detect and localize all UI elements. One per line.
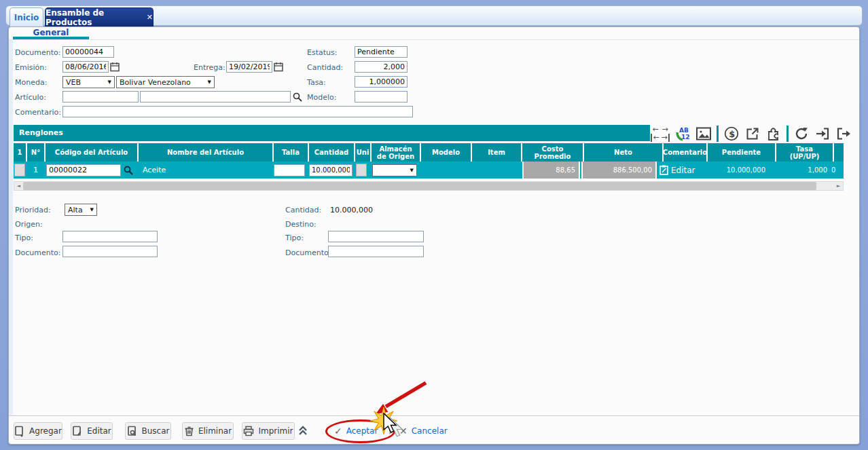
column-header-almacen-label: Almacén de Origen — [375, 145, 417, 160]
row-talla-input[interactable] — [274, 164, 305, 176]
cancelar-label: Cancelar — [412, 426, 448, 436]
entrega-input[interactable] — [226, 61, 272, 73]
scroll-right-icon[interactable]: ► — [834, 183, 843, 189]
tasa-label: Tasa: — [307, 78, 326, 87]
editar-label: Editar — [87, 426, 111, 436]
prioridad-select[interactable]: Alta ▼ — [65, 204, 97, 216]
row-selector-cell[interactable] — [14, 162, 26, 179]
modelo-input[interactable] — [355, 91, 408, 102]
tipo-destino-input[interactable] — [328, 231, 424, 242]
column-header-comentario[interactable]: Comentario — [664, 143, 706, 162]
row-codigo-input[interactable] — [46, 164, 121, 176]
arrow-first-icon[interactable]: ← — [651, 134, 660, 142]
column-header-costo-promedio[interactable]: Costo Promedio — [522, 143, 583, 162]
external-link-icon[interactable] — [744, 126, 761, 142]
row-cantidad-input[interactable] — [309, 164, 352, 176]
moneda-code-select[interactable]: VEB ▼ — [62, 76, 115, 88]
row-selector-box[interactable] — [14, 164, 25, 176]
cancelar-button[interactable]: ✕ Cancelar — [399, 422, 448, 440]
articulo-label: Artículo: — [15, 93, 46, 102]
column-header-talla[interactable]: Talla — [274, 143, 308, 162]
column-header-costo-label: Costo Promedio — [534, 145, 572, 160]
estatus-input[interactable] — [355, 46, 408, 58]
chevron-down-icon: ▼ — [208, 79, 211, 85]
agregar-button[interactable]: Agregar — [14, 422, 62, 440]
dollar-circle-icon[interactable]: $ — [723, 126, 740, 142]
editar-button[interactable]: Editar — [71, 422, 113, 440]
articulo-search-icon[interactable] — [293, 92, 302, 102]
row-cantidad-cell — [309, 162, 354, 179]
cantidad-input[interactable] — [355, 61, 408, 73]
refresh-icon[interactable] — [793, 126, 810, 142]
renglones-title-bar: Renglones — [14, 125, 650, 141]
documento-origen-input[interactable] — [62, 246, 158, 257]
tab-ensamble-de-productos[interactable]: Ensamble de Productos ✕ — [45, 7, 153, 26]
row-neto: 886.500,00 — [581, 162, 657, 179]
buscar-label: Buscar — [142, 426, 170, 436]
entrega-calendar-icon[interactable] — [274, 62, 283, 72]
emision-calendar-icon[interactable] — [110, 62, 120, 72]
prioridad-value: Alta — [68, 206, 83, 214]
close-tab-icon[interactable]: ✕ — [147, 13, 153, 22]
buscar-button[interactable]: Buscar — [125, 422, 171, 440]
row-search-icon[interactable] — [124, 166, 133, 175]
renglones-table-header: 1 N° Código del Artículo Nombre del Artí… — [14, 143, 844, 162]
arrow-last-icon[interactable]: → — [660, 134, 670, 142]
row-uni-box — [356, 164, 367, 176]
edit-note-icon[interactable] — [659, 165, 668, 175]
prioridad-label: Prioridad: — [15, 206, 51, 214]
emision-input[interactable] — [62, 61, 109, 73]
row-comentario-editar-link[interactable]: Editar — [671, 166, 695, 175]
documento-input[interactable] — [62, 46, 114, 58]
tasa-input[interactable] — [355, 76, 408, 88]
printer-icon — [243, 426, 254, 436]
imprimir-button[interactable]: Imprimir — [242, 422, 295, 440]
collapse-toolbar-icon[interactable] — [296, 424, 310, 437]
column-header-pendiente[interactable]: Pendiente — [708, 143, 775, 162]
cantidad-label: Cantidad: — [307, 63, 343, 72]
ab12-format-icon[interactable]: AB12 — [674, 126, 691, 142]
moneda-name-select[interactable]: Bolivar Venezolano ▼ — [116, 76, 215, 88]
row-almacen-value: 01 — [376, 166, 385, 174]
documento-destino-input[interactable] — [328, 246, 424, 257]
aceptar-label: Aceptar — [346, 426, 378, 436]
subtab-row — [9, 27, 859, 40]
column-header-nombre[interactable]: Nombre del Artículo — [139, 143, 272, 162]
tab-inicio[interactable]: Inicio — [10, 7, 43, 26]
column-header-neto[interactable]: Neto — [584, 143, 662, 162]
column-header-tasa[interactable]: Tasa (UP/UP) — [776, 143, 833, 162]
column-header-almacen[interactable]: Almacén de Origen — [372, 143, 420, 162]
cantidad-total-label: Cantidad: — [285, 206, 321, 214]
scrollbar-thumb[interactable] — [23, 182, 816, 190]
articulo-name-input[interactable] — [140, 91, 291, 102]
horizontal-scrollbar[interactable]: ◄ ► — [14, 181, 844, 191]
column-header-modelo[interactable]: Modelo — [421, 143, 471, 162]
export-icon[interactable] — [835, 126, 852, 142]
tipo-origen-input[interactable] — [62, 231, 158, 242]
scroll-left-icon[interactable]: ◄ — [14, 183, 23, 189]
svg-text:$: $ — [729, 129, 735, 139]
table-row[interactable]: 1 Aceite 01 ▼ 88,65 886.500,00 Editar 10… — [14, 162, 844, 179]
image-icon[interactable] — [695, 126, 712, 142]
column-header-next[interactable] — [834, 143, 844, 162]
aceptar-button[interactable]: ✓ Aceptar — [334, 422, 378, 440]
imprimir-label: Imprimir — [258, 426, 293, 436]
eliminar-button[interactable]: Eliminar — [182, 422, 234, 440]
column-header-item[interactable]: Item — [472, 143, 521, 162]
row-comentario-cell: Editar — [658, 162, 701, 179]
import-icon[interactable] — [814, 126, 831, 142]
column-header-codigo[interactable]: Código del Artículo — [46, 143, 137, 162]
documento-destino-label: Documento: — [285, 248, 331, 257]
column-header-uni[interactable]: Uni — [355, 143, 370, 162]
column-header-select[interactable]: 1 — [14, 143, 26, 162]
puzzle-icon[interactable] — [765, 126, 782, 142]
tab-general[interactable]: General — [13, 28, 89, 37]
row-tasa: 1,000 — [771, 162, 827, 179]
articulo-code-input[interactable] — [62, 91, 139, 102]
row-costo-promedio: 88,65 — [522, 162, 580, 179]
comentario-input[interactable] — [62, 106, 413, 117]
column-header-cantidad[interactable]: Cantidad — [309, 143, 354, 162]
row-number: 1 — [27, 162, 44, 179]
row-almacen-select[interactable]: 01 ▼ — [372, 164, 417, 176]
column-header-numero[interactable]: N° — [27, 143, 44, 162]
